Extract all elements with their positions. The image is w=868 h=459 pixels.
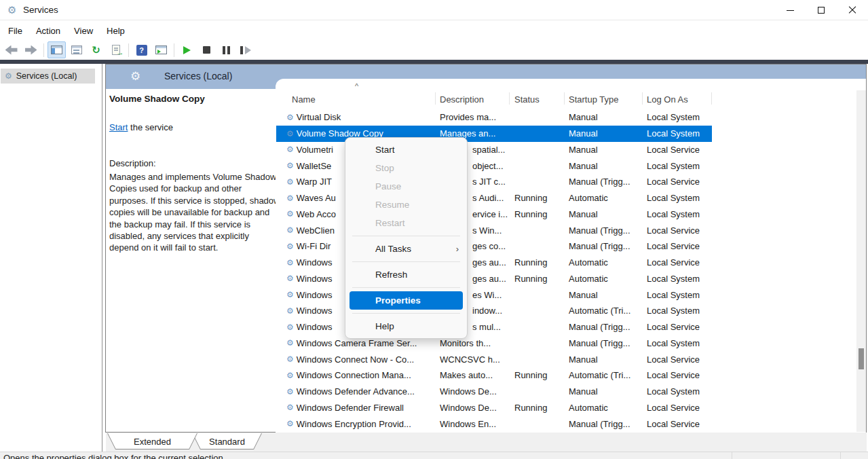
column-separator [509,92,510,105]
menu-view[interactable]: View [67,26,100,36]
back-button[interactable] [2,41,20,58]
service-name-cell: Windows Encryption Provid... [276,419,435,429]
service-description-cell: Provides ma... [435,112,509,122]
service-gear-icon [286,145,294,154]
service-logon-cell: Local Service [642,145,712,155]
service-description-text: s Audi... [472,193,504,203]
scrollbar-thumb[interactable] [858,348,864,369]
service-logon-cell: Local System [642,209,712,219]
service-row[interactable]: Waves Aus Audi...RunningAutomaticLocal S… [276,190,712,206]
close-button[interactable] [837,0,868,20]
context-menu-resume[interactable]: Resume [345,196,467,214]
service-row[interactable]: WebCliens Win...Manual (Trigg...Local Se… [276,222,712,238]
column-header-status[interactable]: Status [509,94,564,105]
context-menu-help[interactable]: Help [345,317,467,335]
context-menu-all-tasks[interactable]: All Tasks› [345,240,467,258]
service-name: Waves Au [297,193,336,203]
service-description-text: Provides ma... [440,112,496,122]
start-service-button[interactable] [178,41,196,58]
service-row[interactable]: Web Accoervice i...RunningManualLocal Sy… [276,206,712,223]
service-row[interactable]: Volumetrispatial...ManualLocal Service [276,142,712,158]
service-row[interactable]: WalletSeobject...ManualLocal System [276,158,712,174]
service-row[interactable]: Windowsindow...Automatic (Tri...Local Sy… [276,303,712,319]
context-menu-refresh[interactable]: Refresh [345,265,467,284]
stop-service-button[interactable] [197,41,216,58]
service-row[interactable]: Windows Connect Now - Co...WCNCSVC h...M… [276,351,712,367]
service-row[interactable]: Windows Encryption Provid...Windows En..… [276,416,712,432]
show-action-pane-icon [155,45,167,54]
service-name: Virtual Disk [297,112,341,122]
service-name: Windows [297,306,333,316]
service-startup-type-cell: Automatic (Tri... [564,306,642,316]
description-label: Description: [109,158,156,168]
service-row[interactable]: Windows Connection Mana...Makes auto...R… [276,367,712,384]
context-menu-stop[interactable]: Stop [345,159,467,177]
service-description-text: s mul... [472,322,501,332]
service-name: Windows [297,257,333,268]
service-description-text: Windows De... [440,386,497,397]
service-logon-cell: Local Service [642,177,712,187]
column-header-log-on-as[interactable]: Log On As [642,94,712,105]
service-row[interactable]: Wi-Fi Dirges co...Manual (Trigg...Local … [276,238,712,255]
service-logon-cell: Local System [642,290,712,300]
tab-label: Standard [192,433,262,449]
context-menu-restart[interactable]: Restart [345,214,467,232]
start-service-link[interactable]: Start [109,122,128,132]
context-menu-properties[interactable]: Properties [350,291,463,310]
service-logon-cell: Local Service [642,257,712,268]
header-band-title: Services (Local) [164,71,232,81]
minimize-button[interactable] [774,0,806,20]
service-logon-cell: Local Service [642,403,712,413]
service-row[interactable]: Virtual DiskProvides ma...ManualLocal Sy… [276,109,712,126]
service-row[interactable]: Windowss mul...Manual (Trigg...Local Ser… [276,319,712,335]
service-row[interactable]: Windows Defender Advance...Windows De...… [276,384,712,400]
service-description-text: Monitors th... [440,338,491,348]
tree-item-services-local[interactable]: ⚙ Services (Local) [1,69,95,84]
show-console-tree-button[interactable] [48,41,66,58]
column-separator [642,92,643,105]
export-list-button[interactable] [107,41,125,58]
selected-service-title: Volume Shadow Copy [109,94,205,104]
service-description-text: indow... [472,306,502,316]
tree-item-label: Services (Local) [16,71,77,81]
menu-action[interactable]: Action [29,26,67,36]
context-menu-start[interactable]: Start [345,141,467,159]
properties-window-icon [71,45,82,54]
service-row[interactable]: Windowsges au...RunningAutomaticLocal Se… [276,255,712,271]
maximize-button[interactable] [806,0,837,20]
service-gear-icon [286,403,294,412]
column-header-startup-type[interactable]: Startup Type [564,94,642,105]
menu-file[interactable]: File [1,26,29,36]
properties-window-button[interactable] [67,41,86,58]
service-description-text: ges au... [472,257,506,268]
service-row[interactable]: Windows Camera Frame Ser...Monitors th..… [276,335,712,352]
service-name: Volumetri [297,145,333,155]
scrollbar-track[interactable] [856,90,866,432]
service-row[interactable]: Windowses Wi...ManualLocal System [276,287,712,303]
service-row[interactable]: Windowsges au...RunningAutomaticLocal Sy… [276,271,712,287]
context-menu-separator [352,261,460,262]
service-logon-cell: Local Service [642,370,712,380]
service-row[interactable]: Windows Defender FirewallWindows De...Ru… [276,400,712,416]
help-button[interactable] [132,41,151,58]
column-header-name[interactable]: Name [276,94,435,105]
service-gear-icon [286,338,294,348]
context-menu-label: Refresh [375,270,407,280]
tab-extended[interactable]: Extended [107,433,197,449]
refresh-button[interactable] [87,41,105,58]
restart-service-icon [240,46,252,54]
menu-help[interactable]: Help [100,26,132,36]
service-name: Windows Camera Frame Ser... [297,338,417,348]
service-row[interactable]: Warp JITs JIT c...Manual (Trigg...Local … [276,174,712,190]
pause-service-button[interactable] [217,41,235,58]
column-header-description[interactable]: Description [435,94,509,105]
service-row[interactable]: Volume Shadow CopyManages an...ManualLoc… [276,126,712,142]
show-action-pane-button[interactable] [152,41,170,58]
context-menu-pause[interactable]: Pause [345,177,467,196]
tab-standard[interactable]: Standard [192,433,262,449]
restart-service-button[interactable] [237,41,255,58]
service-startup-type-cell: Manual (Trigg... [564,419,642,429]
service-status-cell: Running [509,257,564,268]
service-gear-icon [286,177,294,187]
forward-button[interactable] [22,41,40,58]
